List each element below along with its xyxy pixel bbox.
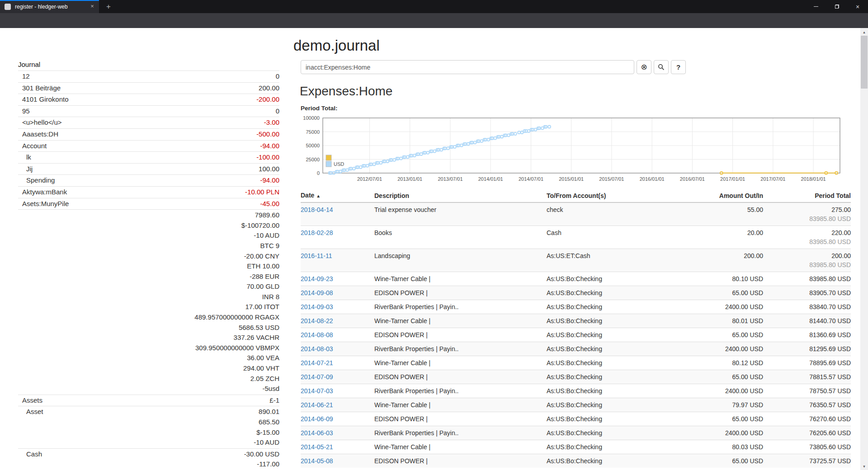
account-row: 4101 Girokonto-200.00 <box>18 94 279 106</box>
tab-title: register - hledger-web <box>15 4 68 10</box>
transaction-date-link[interactable]: 2014-05-08 <box>301 457 333 465</box>
transaction-date-link[interactable]: 2014-06-09 <box>301 415 333 423</box>
description-cell: EDISON POWER | <box>374 328 547 342</box>
sidebar-journal-link[interactable]: Journal <box>18 59 279 71</box>
balance-amount: $-100720.00 <box>194 221 279 231</box>
transaction-date-link[interactable]: 2014-09-08 <box>301 289 333 296</box>
restore-button[interactable] <box>826 0 847 13</box>
transaction-date-link[interactable]: 2018-04-14 <box>301 206 333 213</box>
transaction-date-link[interactable]: 2018-02-28 <box>301 229 333 236</box>
transaction-date-link[interactable]: 2016-11-11 <box>301 252 332 259</box>
account-balance: 200.00 <box>259 83 279 94</box>
transaction-date-link[interactable]: 2014-06-03 <box>301 429 333 437</box>
account-row: <u>hello</u>-3.00 <box>18 117 279 129</box>
description-cell: Wine-Tarner Cable | <box>374 356 547 370</box>
help-button[interactable]: ? <box>671 60 686 74</box>
account-link[interactable]: Asets:MunyPile <box>18 199 69 209</box>
transaction-date-link[interactable]: 2014-08-22 <box>301 317 333 324</box>
page-scrollbar[interactable]: ▴ ▾ <box>860 28 868 470</box>
transaction-date-link[interactable]: 2014-09-03 <box>301 303 333 310</box>
balance-amount: -500.00 <box>256 129 279 140</box>
account-balance: £-1 <box>269 395 279 406</box>
clear-query-button[interactable]: ⊗ <box>637 60 651 74</box>
account-row: 120 <box>18 71 279 83</box>
balance-amount: 309.950000000000 VBMPX <box>194 343 279 353</box>
column-header-total[interactable]: Period Total <box>763 189 851 202</box>
transaction-date-link[interactable]: 2014-07-03 <box>301 387 333 395</box>
transaction-date-link[interactable]: 2014-08-08 <box>301 331 333 338</box>
balance-amount: 0 <box>276 71 279 82</box>
balance-amount: -20.00 CNY <box>194 251 279 262</box>
period-total-line: 78895.69 USD <box>763 358 851 367</box>
balance-amount: -45.00 <box>260 199 279 209</box>
date-cell: 2014-07-21 <box>301 356 374 370</box>
svg-text:USD: USD <box>334 161 344 167</box>
account-link[interactable]: 4101 Girokonto <box>18 94 69 105</box>
balance-amount: 36.00 VEA <box>194 353 279 363</box>
account-link[interactable]: Cash <box>18 449 42 470</box>
tab-close-icon[interactable]: × <box>89 3 96 9</box>
column-header-description[interactable]: Description <box>374 189 547 202</box>
svg-text:2014/01/01: 2014/01/01 <box>478 176 503 182</box>
period-total-line: 81360.69 USD <box>763 330 851 339</box>
account-link[interactable]: Jij <box>18 164 33 174</box>
scroll-up-icon[interactable]: ▴ <box>860 28 868 36</box>
column-header-date[interactable]: Date▲ <box>301 189 374 202</box>
account-row: 7989.60$-100720.00-10 AUDBTC 9-20.00 CNY… <box>18 210 279 395</box>
browser-tab[interactable]: register - hledger-web × <box>0 0 99 13</box>
search-icon <box>658 64 665 70</box>
search-submit-button[interactable] <box>654 60 669 74</box>
balance-amount: -100.00 <box>256 152 279 163</box>
column-header-amount[interactable]: Amount Out/In <box>674 189 763 202</box>
account-link[interactable]: 12 <box>18 71 30 82</box>
account-link[interactable]: Assets <box>18 395 42 406</box>
account-balance: 7989.60$-100720.00-10 AUDBTC 9-20.00 CNY… <box>194 210 279 394</box>
period-total-line: 73725.57 USD <box>763 456 851 465</box>
period-total-cell: 81295.69 USD <box>763 342 851 356</box>
period-total-cell: 200.0083985.80 USD <box>763 249 851 272</box>
new-tab-button[interactable]: + <box>103 1 114 12</box>
date-cell: 2014-08-22 <box>301 314 374 328</box>
register-table: Date▲ Description To/From Account(s) Amo… <box>301 189 851 468</box>
scroll-down-icon[interactable]: ▾ <box>860 462 868 470</box>
account-link[interactable]: 301 Beiträge <box>18 83 61 94</box>
transaction-date-link[interactable]: 2014-08-03 <box>301 345 333 352</box>
account-link[interactable]: 95 <box>18 106 30 117</box>
account-link[interactable] <box>18 210 22 394</box>
account-cell: As:US:Bo:Checking <box>547 454 674 468</box>
transaction-date-link[interactable]: 2014-09-23 <box>301 275 333 282</box>
account-cell: As:US:Bo:Checking <box>547 398 674 412</box>
svg-text:100000: 100000 <box>303 115 320 121</box>
register-row: 2014-07-21Wine-Tarner Cable |As:US:Bo:Ch… <box>301 356 851 370</box>
account-link[interactable]: Asset <box>18 407 43 447</box>
period-total-line: 81295.69 USD <box>763 344 851 353</box>
minimize-button[interactable] <box>806 0 826 13</box>
column-header-account[interactable]: To/From Account(s) <box>547 189 674 202</box>
period-total-line: 83985.80 USD <box>763 260 851 269</box>
period-total-line: 83905.70 USD <box>763 288 851 297</box>
svg-text:2016/01/01: 2016/01/01 <box>640 176 665 182</box>
account-link[interactable]: Spending <box>18 175 55 186</box>
description-cell: EDISON POWER | <box>374 412 547 426</box>
close-window-button[interactable]: × <box>847 0 868 13</box>
account-link[interactable]: <u>hello</u> <box>18 118 62 128</box>
period-total-cell: 78815.57 USD <box>763 370 851 384</box>
sidebar: Journal 120301 Beiträge200.004101 Giroko… <box>18 59 279 470</box>
register-row: 2014-06-09EDISON POWER |As:US:Bo:Checkin… <box>301 412 851 426</box>
transaction-date-link[interactable]: 2014-07-21 <box>301 359 333 367</box>
scrollbar-thumb[interactable] <box>861 36 868 89</box>
transaction-date-link[interactable]: 2014-05-21 <box>301 443 333 451</box>
account-cell: As:US:Bo:Checking <box>547 314 674 328</box>
account-row: Aktywa:mBank-10.00 PLN <box>18 187 279 198</box>
account-link[interactable]: Account <box>18 141 47 151</box>
transaction-date-link[interactable]: 2014-07-09 <box>301 373 333 381</box>
svg-text:2013/07/01: 2013/07/01 <box>438 176 462 182</box>
description-cell: RiverBank Properties | Payin.. <box>374 342 547 356</box>
transaction-date-link[interactable]: 2014-06-21 <box>301 401 333 409</box>
account-row: Assets£-1 <box>18 395 279 407</box>
period-total-cell: 81440.70 USD <box>763 314 851 328</box>
account-link[interactable]: Aaasets:DH <box>18 129 58 140</box>
account-link[interactable]: lk <box>18 152 31 163</box>
account-link[interactable]: Aktywa:mBank <box>18 187 67 197</box>
query-input[interactable] <box>301 60 634 74</box>
